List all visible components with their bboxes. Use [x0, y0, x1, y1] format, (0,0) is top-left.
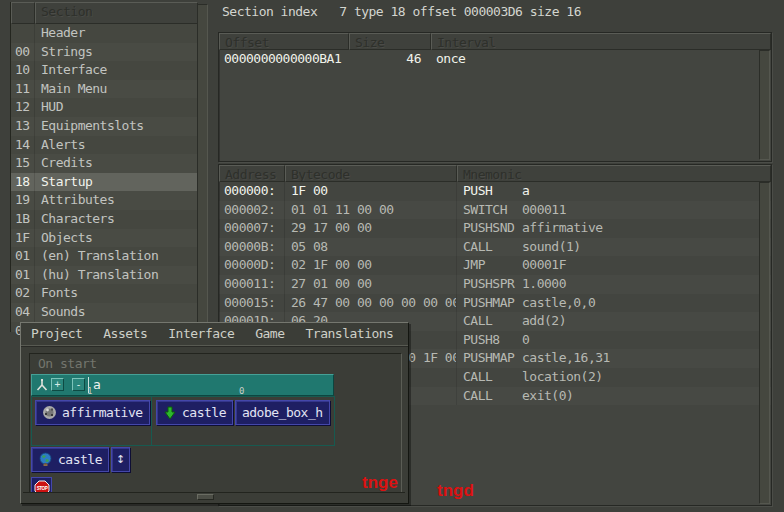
section-code: 13 [11, 117, 35, 136]
sidebar-item-main-menu[interactable]: 11Main Menu [11, 80, 198, 99]
section-label: Header [35, 24, 85, 43]
section-code: 1F [11, 229, 35, 248]
address-value: 000015: [219, 294, 285, 313]
section-label: Objects [35, 229, 92, 248]
section-list-panel: Section Header00Strings10Interface11Main… [10, 2, 208, 332]
section-code [11, 24, 35, 43]
sound-node[interactable]: affirmative [35, 400, 150, 425]
section-label: Strings [35, 43, 92, 62]
menu-item-game[interactable]: Game [255, 323, 284, 345]
pushmap-tile-label: adobe_box_h [242, 405, 323, 420]
disassembly-row[interactable]: 000000:1F 00PUSHa [219, 182, 771, 201]
bytecode-value: 29 17 00 00 [285, 219, 457, 238]
sidebar-item-header[interactable]: Header [11, 24, 198, 43]
sidebar-item--hu-translation[interactable]: 01(hu) Translation [11, 266, 198, 285]
disassembly-row[interactable]: 00000D:02 1F 00 00JMP00001F [219, 256, 771, 275]
window-scrollbar-thumb[interactable] [197, 494, 214, 500]
disassembly-scrollbar[interactable] [759, 182, 770, 504]
section-label: Fonts [35, 284, 78, 303]
section-label: Main Menu [35, 80, 107, 99]
section-label: Startup [35, 173, 92, 192]
menu-item-project[interactable]: Project [31, 323, 82, 345]
section-table-header: Section [11, 2, 198, 24]
bytecode-column-header: Bytecode [285, 165, 457, 182]
sidebar-scrollbar[interactable] [197, 4, 208, 332]
expand-button[interactable]: + [51, 378, 64, 391]
pushmap-node[interactable]: castle adobe_box_h [156, 400, 330, 425]
section-label: Alerts [35, 136, 85, 155]
address-value: 00000D: [219, 256, 285, 275]
section-code: 1B [11, 210, 35, 229]
offset-row[interactable]: 0000000000000BA146once [219, 50, 771, 68]
window-horizontal-scrollbar[interactable] [23, 492, 405, 501]
section-label: (en) Translation [35, 247, 158, 266]
section-code: 14 [11, 136, 35, 155]
mnemonic-cell: PUSH80 [457, 331, 771, 350]
operand-value: add(2) [522, 313, 566, 328]
svg-text:STOP: STOP [36, 486, 47, 491]
sidebar-item-equipmentslots[interactable]: 13Equipmentslots [11, 117, 198, 136]
sidebar-item-attributes[interactable]: 19Attributes [11, 191, 198, 210]
mnemonic-cell: JMP00001F [457, 256, 771, 275]
opcode-value: CALL [463, 368, 522, 387]
opcode-value: PUSH [463, 182, 522, 201]
section-label: Sounds [35, 303, 85, 322]
page-title: Section index 7 type 18 offset 000003D6 … [222, 4, 581, 19]
interval-value: once [431, 50, 465, 68]
sidebar-item-sounds[interactable]: 04Sounds [11, 303, 198, 322]
address-value: 000000: [219, 182, 285, 201]
disassembly-row[interactable]: 00000B:05 08CALLsound(1) [219, 238, 771, 257]
section-code: 04 [11, 303, 35, 322]
app-screen: Section Header00Strings10Interface11Main… [0, 0, 784, 512]
mnemonic-cell: PUSHMAPcastle,0,0 [457, 294, 771, 313]
collapse-button[interactable]: - [72, 378, 85, 391]
switch-node-bar[interactable]: + - a [31, 374, 334, 396]
mnemonic-cell: CALLlocation(2) [457, 368, 771, 387]
sidebar-item-credits[interactable]: 15Credits [11, 154, 198, 173]
section-code: 00 [11, 43, 35, 62]
section-label: Equipmentslots [35, 117, 144, 136]
section-code: 02 [11, 284, 35, 303]
page-watermark: tngd [437, 481, 474, 501]
branch-label-1: 1 [87, 387, 92, 396]
menu-item-translations[interactable]: Translations [306, 323, 394, 345]
operand-value: a [522, 183, 529, 198]
branch-label-0: 0 [239, 387, 244, 396]
operand-value: 0 [522, 332, 529, 347]
disassembly-row[interactable]: 000011:27 01 00 00PUSHSPR1.0000 [219, 275, 771, 294]
disassembly-row[interactable]: 000007:29 17 00 00PUSHSNDaffirmative [219, 219, 771, 238]
sidebar-item-fonts[interactable]: 02Fonts [11, 284, 198, 303]
sidebar-item-alerts[interactable]: 14Alerts [11, 136, 198, 155]
section-label: Interface [35, 61, 107, 80]
sidebar-item-strings[interactable]: 00Strings [11, 43, 198, 62]
updown-icon[interactable]: ↕ [111, 447, 130, 472]
sidebar-item-characters[interactable]: 1BCharacters [11, 210, 198, 229]
sound-node-label: affirmative [62, 405, 143, 420]
disassembly-row[interactable]: 000002:01 01 11 00 00SWITCH000011 [219, 201, 771, 220]
section-code-column-header [11, 2, 35, 24]
section-code: 18 [11, 173, 35, 192]
bytecode-value: 26 47 00 00 00 00 00 00 [285, 294, 457, 313]
opcode-value: CALL [463, 387, 522, 406]
bytecode-value: 05 08 [285, 238, 457, 257]
opcode-value: PUSHSPR [463, 275, 522, 294]
opcode-value: PUSHMAP [463, 349, 522, 368]
address-value: 000002: [219, 201, 285, 220]
sidebar-item--en-translation[interactable]: 01(en) Translation [11, 247, 198, 266]
mnemonic-cell: PUSHa [457, 182, 771, 201]
sidebar-item-objects[interactable]: 1FObjects [11, 229, 198, 248]
section-code: 11 [11, 80, 35, 99]
size-value: 46 [349, 50, 431, 68]
sidebar-item-hud[interactable]: 12HUD [11, 98, 198, 117]
sidebar-item-interface[interactable]: 10Interface [11, 61, 198, 80]
offsets-scrollbar[interactable] [759, 50, 770, 160]
menu-item-assets[interactable]: Assets [103, 323, 147, 345]
operand-value: 1.0000 [522, 276, 566, 291]
opcode-value: PUSHSND [463, 219, 522, 238]
disassembly-row[interactable]: 000015:26 47 00 00 00 00 00 00PUSHMAPcas… [219, 294, 771, 313]
sidebar-item-startup[interactable]: 18Startup [11, 173, 198, 192]
menu-item-interface[interactable]: Interface [168, 323, 234, 345]
offset-value: 0000000000000BA1 [219, 50, 349, 68]
address-column-header: Address [219, 165, 285, 182]
location-node[interactable]: castle ↕ [31, 447, 130, 472]
